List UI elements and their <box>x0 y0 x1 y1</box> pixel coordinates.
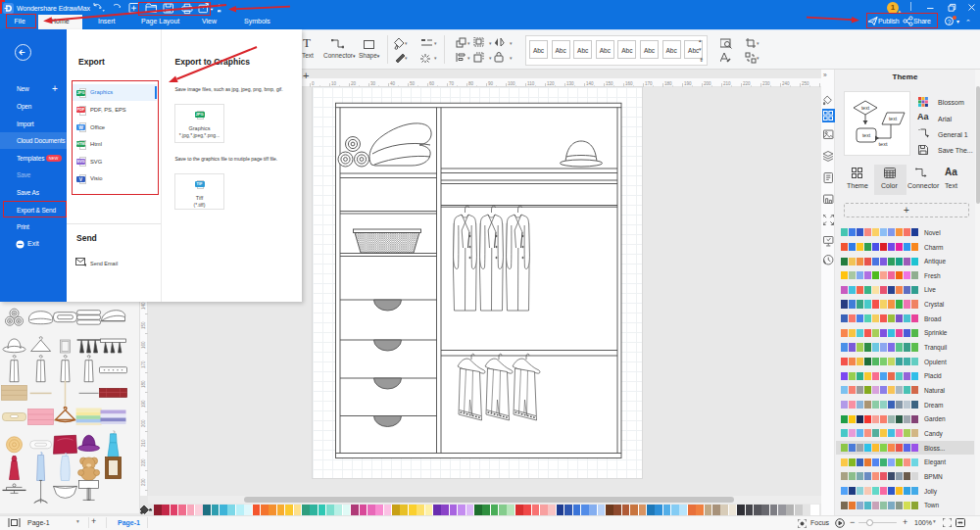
svg-text:text: text <box>862 132 871 138</box>
svg-text:120: 120 <box>547 81 555 86</box>
svg-text:80: 80 <box>468 81 474 86</box>
svg-text:170: 170 <box>645 81 653 86</box>
svg-text:text: text <box>879 141 888 147</box>
svg-text:50: 50 <box>410 81 416 86</box>
svg-text:90: 90 <box>488 81 494 86</box>
svg-text:210: 210 <box>723 81 731 86</box>
svg-text:text: text <box>861 105 870 111</box>
svg-text:100: 100 <box>508 81 515 86</box>
svg-text:220: 220 <box>141 458 146 466</box>
svg-text:250: 250 <box>802 81 809 86</box>
svg-text:180: 180 <box>141 380 146 388</box>
svg-text:140: 140 <box>141 302 146 310</box>
svg-text:210: 210 <box>141 439 146 447</box>
svg-text:200: 200 <box>704 81 711 86</box>
svg-text:140: 140 <box>586 81 594 86</box>
svg-text:200: 200 <box>141 419 146 427</box>
svg-text:70: 70 <box>449 81 455 86</box>
svg-text:40: 40 <box>390 81 396 86</box>
svg-text:110: 110 <box>527 81 535 86</box>
svg-text:180: 180 <box>664 81 672 86</box>
svg-text:240: 240 <box>782 81 790 86</box>
svg-text:30: 30 <box>370 81 376 86</box>
svg-text:170: 170 <box>141 361 146 368</box>
svg-text:160: 160 <box>141 341 146 349</box>
svg-text:60: 60 <box>429 81 435 86</box>
svg-text:150: 150 <box>141 321 146 329</box>
svg-text:20: 20 <box>351 81 357 86</box>
svg-text:130: 130 <box>566 81 574 86</box>
svg-text:230: 230 <box>141 478 146 486</box>
svg-text:160: 160 <box>625 81 633 86</box>
svg-text:text: text <box>889 116 898 121</box>
svg-text:10: 10 <box>331 81 337 86</box>
svg-text:220: 220 <box>743 81 751 86</box>
svg-text:190: 190 <box>684 81 692 86</box>
svg-text:150: 150 <box>606 81 613 86</box>
svg-text:190: 190 <box>141 400 146 408</box>
svg-text:230: 230 <box>762 81 770 86</box>
